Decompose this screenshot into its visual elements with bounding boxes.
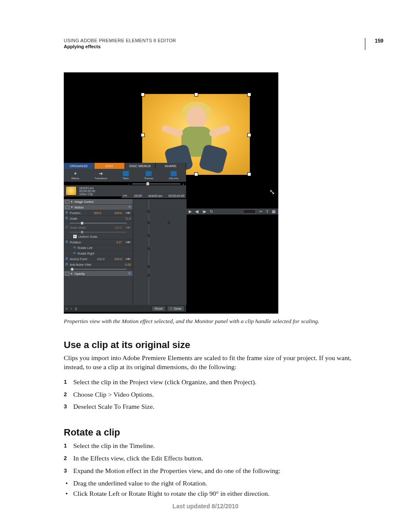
property-rotation[interactable]: ӦRotation0.0°◂◆▸	[64, 240, 133, 245]
toggle-icon[interactable]	[65, 200, 69, 204]
playhead[interactable]	[149, 199, 149, 305]
clip-image	[149, 102, 243, 171]
toolbar-titles-label: Titles	[123, 177, 129, 180]
keyframe-track[interactable]	[133, 199, 187, 305]
done-button[interactable]: Done	[167, 306, 184, 311]
property-antiflicker-value[interactable]: 0.00	[125, 263, 131, 266]
handle-bottom-right[interactable]	[247, 172, 251, 176]
keyframe-marker[interactable]	[147, 221, 150, 224]
property-scale-label: Scale	[70, 217, 78, 220]
timecode-display[interactable]	[243, 209, 256, 214]
property-scale[interactable]: ӦScale71.9	[64, 216, 133, 221]
handle-top-mid[interactable]	[194, 93, 198, 96]
property-rotation-value[interactable]: 0.0°	[116, 241, 122, 244]
property-scale-width-value: 100.0	[114, 226, 122, 229]
keyframe-marker[interactable]	[147, 247, 150, 250]
tab-share[interactable]: SHARE	[156, 163, 186, 169]
scale-width-slider	[64, 230, 133, 234]
handle-top-left[interactable]	[141, 93, 145, 96]
rotate-left-icon: ⟲	[73, 246, 76, 249]
cliparts-icon	[171, 171, 177, 176]
toolbar-effects[interactable]: ✦Effects	[72, 171, 79, 180]
handle-bottom-mid[interactable]	[194, 172, 198, 176]
figure-block: ⤡ ORGANIZE EDIT DISC MENUS SHARE ✦Effect…	[64, 72, 373, 325]
trash-icon[interactable]: 🗑	[75, 307, 78, 310]
toggle-icon[interactable]	[65, 205, 69, 209]
property-scale-value[interactable]: 71.9	[125, 217, 131, 220]
property-position-y[interactable]: 240.0	[114, 212, 122, 215]
property-antiflicker[interactable]: ӦAnti-flicker Filter0.00	[64, 262, 133, 268]
header-divider	[365, 38, 365, 50]
keyframe-marker[interactable]	[147, 210, 150, 213]
list-item: Deselect Scale To Frame Size.	[64, 401, 373, 412]
stopwatch-icon[interactable]: Ӧ	[65, 211, 68, 215]
steps-list: Select the clip in the Project view (cli…	[64, 377, 373, 412]
toolbar-themes[interactable]: Themes	[144, 171, 153, 180]
workspace-tabs: ORGANIZE EDIT DISC MENUS SHARE	[64, 163, 186, 169]
stopwatch-icon[interactable]: Ӧ	[65, 257, 68, 261]
list-item: Drag the underlined value to the right o…	[64, 478, 373, 489]
zoom-slider[interactable]	[132, 184, 181, 184]
list-item: Choose Clip > Video Options.	[64, 389, 373, 400]
rotate-left-button[interactable]: ⟲Rotate Left	[64, 245, 133, 251]
property-motion[interactable]: ▾MotionӦ	[64, 205, 133, 210]
step-back-icon[interactable]: ◀|	[195, 209, 199, 214]
rotate-left-label: Rotate Left	[78, 246, 92, 249]
property-opacity[interactable]: ▸OpacityӦ	[64, 271, 133, 277]
list-item: In the Effects view, click the Edit Effe…	[64, 453, 373, 464]
reset-button[interactable]: Reset	[152, 306, 165, 311]
stopwatch-icon[interactable]: Ӧ	[65, 240, 68, 244]
scissors-icon[interactable]: ✂	[259, 209, 263, 214]
keyframe-marker[interactable]	[147, 234, 150, 237]
text-tool-icon[interactable]: T	[266, 209, 269, 214]
timecode-out: 00;00;04;00	[168, 194, 184, 197]
property-position[interactable]: ӦPosition360.0240.0◂◆▸	[64, 210, 133, 216]
stopwatch-icon[interactable]: Ӧ	[65, 217, 68, 220]
keyframe-marker[interactable]	[167, 221, 171, 224]
loop-icon[interactable]: ↻	[210, 209, 213, 214]
property-anchor-point[interactable]: ӦAnchor Point360.0240.0◂◆▸	[64, 256, 133, 262]
toggle-icon[interactable]	[65, 272, 69, 276]
toolbar-transitions[interactable]: ➔Transitions	[95, 171, 107, 180]
steps-list: Select the clip in the Timeline. In the …	[64, 441, 373, 476]
property-anchor-x[interactable]: 360.0	[97, 258, 105, 261]
keyframe-marker[interactable]	[147, 274, 150, 277]
step-forward-icon[interactable]: |▶	[202, 209, 206, 214]
property-position-x[interactable]: 360.0	[93, 212, 101, 215]
page-nav-icon[interactable]: «	[70, 307, 72, 310]
rotate-right-button[interactable]: ⟳Rotate Right	[64, 251, 133, 256]
rotate-right-label: Rotate Right	[78, 252, 94, 255]
keyframe-nav-icon[interactable]: ◂◆▸	[125, 257, 131, 261]
keyframe-marker[interactable]	[147, 265, 150, 268]
property-rotation-label: Rotation	[70, 241, 81, 244]
keyframe-nav-icon[interactable]: ◂◆▸	[125, 240, 131, 244]
handle-mid-left[interactable]	[141, 133, 145, 137]
handle-mid-right[interactable]	[247, 133, 251, 137]
property-uniform-scale[interactable]: ✓Uniform Scale	[64, 234, 133, 240]
keyframe-nav-icon[interactable]: ◂◆▸	[125, 211, 131, 215]
scale-slider[interactable]	[64, 221, 133, 225]
property-opacity-label: Opacity	[75, 272, 85, 275]
play-icon[interactable]: ▶	[189, 209, 192, 214]
page-footer: Last updated 8/12/2010	[0, 503, 411, 510]
effects-icon: ✦	[72, 171, 78, 176]
property-scale-width[interactable]: ӦScale Width100.0◂◆▸	[64, 225, 133, 230]
list-item: Select the clip in the Project view (cli…	[64, 377, 373, 388]
property-anchor-y[interactable]: 240.0	[114, 258, 122, 261]
stopwatch-icon[interactable]: Ӧ	[65, 263, 68, 266]
antiflicker-slider[interactable]	[64, 268, 133, 271]
property-image-control[interactable]: ▸Image Control	[64, 199, 133, 205]
keyframe-nav-icon: ◂◆▸	[125, 226, 131, 229]
freeze-frame-icon[interactable]: ▦	[272, 209, 276, 214]
tab-edit[interactable]: EDIT	[94, 163, 125, 169]
toolbar-cliparts[interactable]: Clip Arts	[169, 171, 178, 180]
rotate-right-icon: ⟳	[73, 252, 76, 255]
handle-top-right[interactable]	[247, 93, 251, 96]
clip-name: slide03.avi	[79, 187, 95, 190]
effects-toggle-icon[interactable]: fx	[65, 307, 68, 310]
toolbar-titles[interactable]: Titles	[123, 171, 129, 180]
tab-disc-menus[interactable]: DISC MENUS	[125, 163, 156, 169]
checkbox-icon[interactable]: ✓	[73, 235, 77, 238]
clip-type: Video Clip	[79, 193, 95, 196]
tab-organize[interactable]: ORGANIZE	[64, 163, 94, 169]
